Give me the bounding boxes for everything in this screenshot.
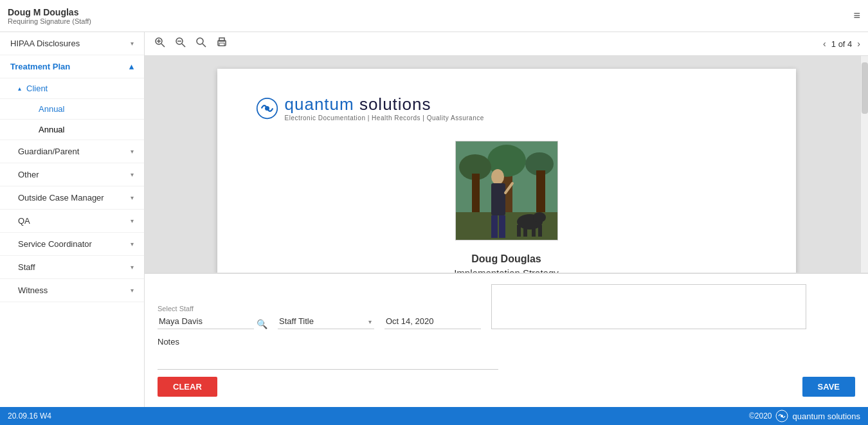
status-logo-icon	[775, 410, 788, 422]
sidebar-item-client[interactable]: ▴ Client	[0, 78, 144, 99]
notes-textarea[interactable]	[158, 349, 498, 370]
client-name: Doug Douglas	[256, 253, 757, 265]
svg-rect-23	[491, 183, 505, 215]
svg-point-7	[197, 38, 203, 44]
fit-page-button[interactable]	[194, 36, 209, 51]
sidebar-item-qa[interactable]: QA ▾	[0, 210, 144, 233]
sidebar-item-witness[interactable]: Witness ▾	[0, 279, 144, 302]
svg-point-13	[265, 106, 269, 111]
sidebar-item-client-label: Client	[26, 84, 48, 93]
page-indicator: 1 of 4	[831, 39, 853, 49]
svg-rect-30	[523, 225, 527, 237]
logo-subtitle: Electronic Documentation | Health Record…	[285, 114, 484, 122]
staff-title-wrapper: Staff Title Counselor Manager Director ▾	[278, 314, 374, 329]
page-navigation: ‹ 1 of 4 ›	[823, 39, 860, 49]
sidebar-item-outside-case[interactable]: Outside Case Manager ▾	[0, 186, 144, 210]
date-input[interactable]	[384, 314, 481, 329]
sidebar-item-hipaa[interactable]: HIPAA Disclosures ▾	[0, 32, 144, 55]
svg-rect-25	[499, 215, 505, 238]
document-scroll-area[interactable]: quantum solutions Electronic Documentati…	[145, 56, 868, 273]
sidebar-item-annual-active-label: Annual	[39, 104, 64, 114]
doc-title: Doug Douglas Implementation Strategy	[256, 253, 757, 273]
sidebar-item-treatment-plan-label: Treatment Plan	[10, 62, 70, 71]
chevron-down-icon: ▾	[131, 40, 134, 47]
sidebar-item-annual-inactive[interactable]: Annual	[0, 120, 144, 140]
sidebar-item-service-coord-label: Service Coordinator	[18, 239, 92, 249]
print-button[interactable]	[214, 36, 230, 51]
svg-line-8	[203, 44, 206, 47]
staff-title-select[interactable]: Staff Title Counselor Manager Director	[278, 314, 374, 329]
chevron-down-icon-other: ▾	[131, 171, 134, 178]
svg-point-34	[781, 415, 783, 417]
logo-wrapper: quantum solutions Electronic Documentati…	[256, 95, 484, 122]
client-photo	[455, 141, 558, 240]
sidebar-item-hipaa-label: HIPAA Disclosures	[10, 39, 80, 48]
scrollbar-track[interactable]	[860, 56, 868, 273]
sidebar-item-service-coord[interactable]: Service Coordinator ▾	[0, 233, 144, 256]
content-area: ‹ 1 of 4 ›	[145, 32, 868, 407]
svg-line-1	[161, 44, 165, 47]
sidebar-item-other-label: Other	[18, 170, 39, 179]
date-field	[384, 314, 481, 329]
photo-scene-svg	[456, 141, 558, 240]
status-logo: ©2020 quantum solutions	[749, 410, 860, 422]
user-subtitle: Requiring Signature (Staff)	[8, 17, 848, 25]
main-layout: HIPAA Disclosures ▾ Treatment Plan ▴ ▴ C…	[0, 32, 868, 407]
version-label: 20.09.16 W4	[8, 411, 51, 420]
chevron-down-icon-witness: ▾	[131, 287, 134, 294]
user-name: Doug M Douglas	[8, 7, 848, 17]
svg-rect-29	[517, 225, 521, 237]
svg-point-28	[533, 212, 546, 222]
svg-rect-31	[532, 225, 536, 237]
signature-row-top: Select Staff 🔍 Staff Title Counselor Man…	[158, 284, 855, 329]
sidebar-item-staff-label: Staff	[18, 262, 35, 272]
doc-toolbar: ‹ 1 of 4 ›	[145, 32, 868, 56]
svg-line-5	[182, 44, 185, 47]
document-page: quantum solutions Electronic Documentati…	[217, 69, 796, 273]
sidebar-item-guardian[interactable]: Guardian/Parent ▾	[0, 140, 144, 163]
chevron-up-icon-client: ▴	[18, 85, 21, 92]
sidebar-item-treatment-plan[interactable]: Treatment Plan ▴	[0, 55, 144, 78]
save-button[interactable]: SAVE	[802, 377, 855, 397]
sidebar: HIPAA Disclosures ▾ Treatment Plan ▴ ▴ C…	[0, 32, 145, 407]
select-staff-input[interactable]	[158, 314, 254, 329]
page-next-button[interactable]: ›	[857, 39, 860, 49]
sidebar-item-annual-inactive-label: Annual	[39, 125, 64, 134]
zoom-out-button[interactable]	[173, 36, 188, 51]
signature-actions: CLEAR SAVE	[158, 377, 855, 397]
status-bar: 20.09.16 W4 ©2020 quantum solutions	[0, 407, 868, 425]
chevron-down-icon-guardian: ▾	[131, 148, 134, 155]
select-staff-label: Select Staff	[158, 305, 267, 312]
select-staff-field: Select Staff 🔍	[158, 305, 267, 329]
zoom-in-icon	[155, 37, 165, 48]
chevron-down-icon-qa: ▾	[131, 217, 134, 224]
sidebar-item-staff[interactable]: Staff ▾	[0, 256, 144, 279]
status-logo-text: quantum solutions	[792, 411, 860, 421]
user-info: Doug M Douglas Requiring Signature (Staf…	[8, 7, 848, 25]
svg-point-22	[491, 169, 504, 185]
svg-rect-10	[219, 38, 224, 41]
print-icon	[217, 37, 227, 48]
notes-section: Notes	[158, 337, 855, 372]
svg-rect-11	[219, 43, 224, 46]
chevron-up-icon: ▴	[129, 62, 134, 71]
copyright-label: ©2020	[749, 411, 772, 420]
sidebar-item-outside-case-label: Outside Case Manager	[18, 193, 104, 203]
signature-box[interactable]	[491, 284, 806, 329]
chevron-down-icon-staff: ▾	[131, 264, 134, 271]
zoom-in-button[interactable]	[152, 36, 168, 51]
sidebar-item-annual-active[interactable]: Annual	[0, 99, 144, 120]
hamburger-button[interactable]: ≡	[853, 9, 860, 23]
fit-icon	[196, 37, 206, 48]
sidebar-item-other[interactable]: Other ▾	[0, 163, 144, 186]
staff-input-wrap: 🔍	[158, 314, 267, 329]
scrollbar-thumb[interactable]	[862, 62, 868, 114]
sidebar-item-guardian-label: Guardian/Parent	[18, 147, 79, 156]
notes-label: Notes	[158, 337, 855, 347]
search-icon: 🔍	[257, 319, 267, 329]
clear-button[interactable]: CLEAR	[158, 377, 217, 397]
logo-icon	[256, 97, 278, 120]
page-prev-button[interactable]: ‹	[823, 39, 826, 49]
logo-area: quantum solutions Electronic Documentati…	[285, 95, 484, 122]
doc-photo	[256, 141, 757, 240]
